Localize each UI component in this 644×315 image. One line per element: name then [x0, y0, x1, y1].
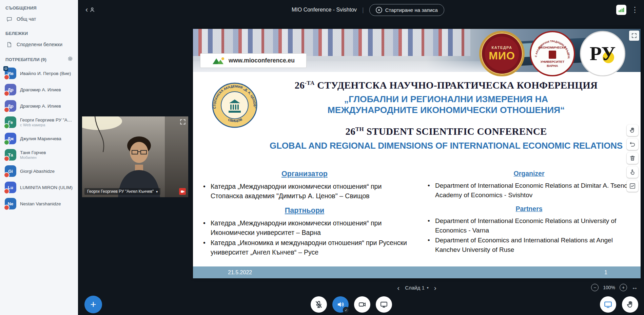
user-status-badge — [4, 156, 9, 162]
user-name: Георги Георгиев РУ "Ангел Кънчев" — [20, 117, 74, 123]
avatar: Gi — [5, 165, 16, 177]
bullet-item: Department of International Economic Rel… — [425, 216, 633, 235]
zoom-controls: − 100% + ↔ — [591, 284, 638, 291]
pointer-finger-icon — [629, 169, 636, 175]
restore-presentation-button[interactable] — [600, 296, 616, 313]
bullet-item: Катедра „Международни икономически отнош… — [200, 218, 409, 238]
slide-navigation-bar: ‹ Слайд 1 ▾ › − 100% + ↔ — [193, 282, 641, 293]
toggle-userlist-button[interactable]: ‹ — [85, 6, 96, 14]
user-status-badge — [4, 74, 9, 80]
user-row[interactable]: Др Драгомир А. Илиев — [0, 81, 78, 98]
bullet-item: Department of International Economic Rel… — [425, 181, 633, 200]
banner-books-image — [193, 29, 470, 56]
webcam-tile[interactable]: Георги Георгиев РУ "Ангел Кънчев" ▾ — [82, 116, 188, 197]
user-row[interactable]: Та Таня Горчев Мобилен — [0, 147, 78, 163]
camera-icon — [358, 300, 366, 309]
logo-ue-ring-text: С АКАДЕМИЧНИ ТРАДИЦИИ В БЪДЕЩЕТО — [531, 32, 574, 75]
slide-subtitle-en: GLOBAL AND REGIONAL DIMENSIONS OF INTERN… — [256, 141, 637, 151]
organizer-column-bg: Организатор Катедра „Международни иконом… — [200, 170, 409, 263]
user-row[interactable]: Lu LUMINITA MIRON (ULIM) — [0, 179, 78, 196]
connection-status-button[interactable] — [616, 5, 626, 15]
chevron-down-icon: ▾ — [156, 190, 158, 193]
user-status-badge — [4, 123, 9, 129]
logo-mio-label: МИО — [489, 50, 515, 62]
webcam-user-name: Георги Георгиев РУ "Ангел Кънчев" — [87, 189, 154, 194]
user-name: Драгомир А. Илиев — [20, 87, 61, 92]
avatar: Ге — [5, 116, 16, 128]
user-name: Ивайло И. Петров (Вие) — [20, 71, 71, 76]
chevron-down-icon: ▾ — [427, 286, 429, 290]
logo-ue-varna: С АКАДЕМИЧНИ ТРАДИЦИИ В БЪДЕЩЕТО ИКОНОМИ… — [530, 31, 575, 76]
fullscreen-presentation-button[interactable] — [629, 31, 639, 41]
actions-button[interactable]: + — [84, 296, 102, 313]
speaker-icon — [336, 300, 345, 309]
hand-icon — [629, 127, 636, 134]
mio-logo-icon — [212, 57, 226, 65]
webcam-fullscreen-button[interactable] — [179, 118, 186, 127]
person-icon — [89, 6, 96, 13]
notes-section-title: БЕЛЕЖКИ — [0, 25, 78, 38]
audio-connected-badge: ✓ — [343, 307, 349, 313]
pan-tool-button[interactable] — [627, 125, 638, 136]
user-row[interactable]: Ne Nestan Varshanidze — [0, 196, 78, 212]
whiteboard-toolbar — [627, 125, 638, 192]
share-webcam-button[interactable] — [354, 296, 370, 313]
svg-text:С АКАДЕМИЧНИ ТРАДИЦИИ В БЪДЕЩЕ: С АКАДЕМИЧНИ ТРАДИЦИИ В БЪДЕЩЕТО — [531, 32, 570, 59]
user-row[interactable]: Gi Giorgi Abashidze — [0, 163, 78, 179]
raise-hand-button[interactable] — [622, 296, 638, 313]
next-slide-button[interactable]: › — [430, 284, 441, 291]
user-row[interactable]: Ге Георги Георгиев РУ "Ангел Кънчев" с W… — [0, 114, 78, 130]
messages-section-title: СЪОБЩЕНИЯ — [0, 0, 78, 13]
undo-button[interactable] — [627, 138, 638, 150]
sidebar-item-public-chat[interactable]: Общ чат — [0, 13, 78, 25]
slide-page-number: 1 — [604, 270, 607, 276]
slide-select-button[interactable]: Слайд 1 ▾ — [405, 285, 429, 291]
clear-whiteboard-button[interactable] — [627, 152, 638, 164]
signal-bars-icon — [618, 6, 625, 13]
audio-button[interactable]: ✓ — [332, 296, 349, 313]
user-name: Драгомир А. Илиев — [20, 104, 61, 109]
user-row[interactable]: Дж Джулия Маринчева — [0, 130, 78, 147]
organizer-heading-en: Organizer — [425, 170, 633, 178]
slide: www.mioconference.eu КАТЕДРА МИО С АКАДЕ… — [193, 29, 641, 278]
avatar: Ne — [5, 198, 16, 209]
user-row[interactable]: Др Драгомир А. Илиев — [0, 98, 78, 114]
fit-width-button[interactable]: ↔ — [631, 284, 638, 291]
note-icon — [6, 41, 13, 48]
start-recording-button[interactable]: Стартиране на записа — [369, 4, 444, 16]
user-name: Джулия Маринчева — [20, 136, 61, 141]
manage-users-button[interactable] — [67, 56, 73, 63]
user-name: LUMINITA MIRON (ULIM) — [20, 185, 73, 190]
sidebar-item-shared-notes[interactable]: Споделени бележки — [0, 38, 78, 51]
topbar-divider: | — [362, 6, 364, 14]
presenter-badge — [3, 66, 8, 71]
user-row[interactable]: Ив Ивайло И. Петров (Вие) — [0, 65, 78, 81]
trash-icon — [629, 155, 636, 162]
record-icon — [376, 7, 382, 13]
options-menu-button[interactable]: ⋮ — [631, 6, 639, 14]
logo-ruse-university: РУ — [580, 31, 625, 76]
zoom-level: 100% — [603, 285, 615, 290]
share-screen-button[interactable] — [376, 296, 392, 313]
mute-button[interactable] — [311, 296, 327, 313]
start-recording-label: Стартиране на записа — [385, 7, 438, 13]
shapes-tool-button[interactable] — [627, 180, 638, 192]
action-bar: ✓ — [311, 296, 392, 313]
user-status-badge — [4, 205, 9, 210]
users-header: ПОТРЕБИТЕЛИ (9) — [0, 51, 78, 65]
screen-share-icon — [380, 300, 388, 309]
zoom-out-button[interactable]: − — [591, 284, 599, 291]
slide-title-bg: 26-ТА СТУДЕНТСКА НАУЧНО-ПРАКТИЧЕСКА КОНФ… — [256, 80, 637, 91]
fullscreen-icon — [631, 33, 637, 39]
topbar-center: MIO Conference - Svishtov | Стартиране н… — [292, 0, 444, 20]
user-status-badge — [4, 91, 9, 96]
organizer-column-en: Organizer Department of International Ec… — [425, 170, 633, 263]
slide-subtitle-bg-line2: МЕЖДУНАРОДНИТЕ ИКОНОМИЧЕСКИ ОТНОШЕНИЯ“ — [256, 105, 637, 115]
webcam-name-label[interactable]: Георги Георгиев РУ "Ангел Кънчев" ▾ — [84, 188, 160, 195]
logo-ruse-monogram: РУ — [590, 44, 616, 63]
camera-icon — [180, 189, 185, 194]
partners-heading-bg: Партньори — [200, 206, 409, 215]
pointer-tool-button[interactable] — [627, 166, 638, 178]
previous-slide-button[interactable]: ‹ — [393, 284, 404, 291]
zoom-in-button[interactable]: + — [620, 284, 627, 291]
